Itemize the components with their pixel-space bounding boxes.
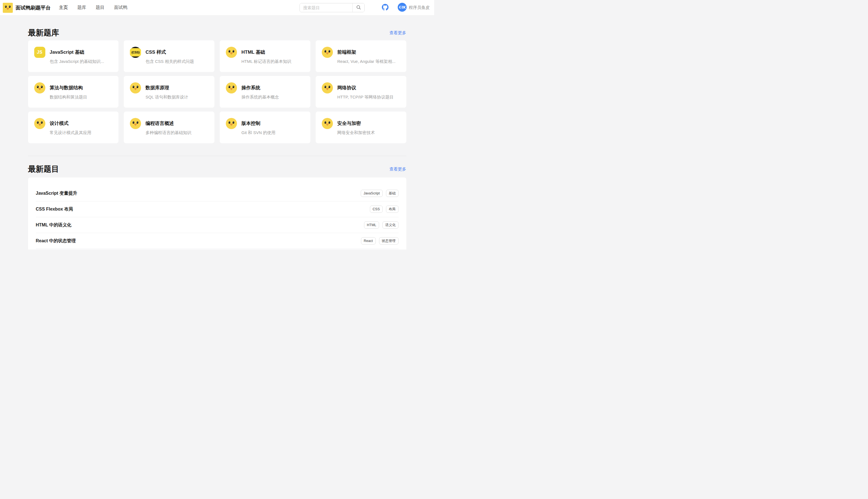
main-nav: 主页题库题目面试鸭 <box>59 5 127 11</box>
bank-card-desc: 数据结构和算法题目 <box>50 94 113 100</box>
bank-card-body: 网络协议HTTP, TCP/IP 等网络协议题目 <box>337 82 400 100</box>
question-row[interactable]: CSS Flexbox 布局CSS布局 <box>36 202 399 217</box>
bank-card-title: 数据库原理 <box>145 85 208 91</box>
question-tags: HTML语义化 <box>364 221 399 229</box>
bank-card-body: 操作系统操作系统的基本概念 <box>241 82 304 100</box>
bank-card[interactable]: 前端框架React, Vue, Angular 等框架相... <box>316 40 406 72</box>
question-tag[interactable]: CSS <box>370 206 383 213</box>
bank-card-body: HTML 基础HTML 标记语言的基本知识 <box>241 47 304 64</box>
bank-card-body: CSS 样式包含 CSS 相关的样式问题 <box>145 47 208 64</box>
bank-card[interactable]: HTML 基础HTML 标记语言的基本知识 <box>220 40 310 72</box>
bank-card-body: 算法与数据结构数据结构和算法题目 <box>50 82 113 100</box>
bank-card[interactable]: 安全与加密网络安全和加密技术 <box>316 111 406 143</box>
bank-card-body: JavaScript 基础包含 JavaScript 的基础知识... <box>50 47 113 64</box>
bank-card-desc: HTTP, TCP/IP 等网络协议题目 <box>337 94 400 100</box>
duck-icon <box>322 82 333 94</box>
question-row[interactable]: HTML 中的语义化HTML语义化 <box>36 217 399 233</box>
banks-grid: JSJavaScript 基础包含 JavaScript 的基础知识...{CS… <box>28 40 406 143</box>
username: 程序员鱼皮 <box>409 5 430 10</box>
bank-card[interactable]: {CSS}CSS 样式包含 CSS 相关的样式问题 <box>124 40 215 72</box>
duck-icon <box>130 118 141 129</box>
user-menu[interactable]: 程序员鱼皮 <box>398 3 430 13</box>
question-tag[interactable]: JavaScript <box>361 190 382 197</box>
question-row[interactable]: React 中的状态管理React状态管理 <box>36 233 399 249</box>
github-icon <box>382 4 389 12</box>
github-link[interactable] <box>382 4 389 12</box>
bank-card-desc: 常见设计模式及其应用 <box>50 130 113 135</box>
duck-icon <box>322 118 333 129</box>
bank-card-desc: 多种编程语言的基础知识 <box>145 130 208 135</box>
bank-card-title: 算法与数据结构 <box>50 85 113 91</box>
css-badge-icon: {CSS} <box>130 47 141 58</box>
page: 面试鸭刷题平台 主页题库题目面试鸭 程序员鱼皮 <box>0 0 434 250</box>
bank-card-title: 安全与加密 <box>337 120 400 127</box>
question-title: CSS Flexbox 布局 <box>36 206 73 212</box>
bank-card-title: HTML 基础 <box>241 49 304 56</box>
questions-section-title: 最新题目 <box>28 164 59 174</box>
question-title: JavaScript 变量提升 <box>36 191 77 196</box>
question-row[interactable]: JavaScript 变量提升JavaScript基础 <box>36 185 399 202</box>
question-tags: JavaScript基础 <box>361 190 398 197</box>
duck-logo-icon[interactable] <box>3 3 13 13</box>
bank-card-body: 设计模式常见设计模式及其应用 <box>50 118 113 135</box>
nav-item-questions[interactable]: 题目 <box>96 5 105 11</box>
questions-view-more-link[interactable]: 查看更多 <box>390 167 406 172</box>
bank-card[interactable]: 版本控制Git 和 SVN 的使用 <box>220 111 310 143</box>
questions-panel: JavaScript 变量提升JavaScript基础CSS Flexbox 布… <box>28 178 406 250</box>
js-badge-icon: JS <box>34 47 45 58</box>
bank-card-title: 编程语言概述 <box>145 120 208 127</box>
main-content: 最新题库 查看更多 JSJavaScript 基础包含 JavaScript 的… <box>28 15 406 250</box>
bank-card-body: 安全与加密网络安全和加密技术 <box>337 118 400 135</box>
top-navbar: 面试鸭刷题平台 主页题库题目面试鸭 程序员鱼皮 <box>0 0 434 15</box>
bank-card[interactable]: 算法与数据结构数据结构和算法题目 <box>28 76 119 108</box>
nav-item-banks[interactable]: 题库 <box>77 5 86 11</box>
duck-icon <box>34 82 45 94</box>
bank-card-body: 编程语言概述多种编程语言的基础知识 <box>145 118 208 135</box>
bank-card[interactable]: 网络协议HTTP, TCP/IP 等网络协议题目 <box>316 76 406 108</box>
bank-card-desc: React, Vue, Angular 等框架相... <box>337 59 400 64</box>
bank-card-body: 数据库原理SQL 语句和数据库设计 <box>145 82 208 100</box>
banks-section-header: 最新题库 查看更多 <box>28 15 406 38</box>
search-input[interactable] <box>300 3 352 12</box>
question-tag[interactable]: 布局 <box>386 206 399 213</box>
bank-card-desc: SQL 语句和数据库设计 <box>145 94 208 100</box>
question-tag[interactable]: 基础 <box>386 190 399 197</box>
section-divider <box>28 156 406 156</box>
question-tag[interactable]: 语义化 <box>382 221 399 229</box>
brand-title: 面试鸭刷题平台 <box>15 4 51 11</box>
bank-card-title: 网络协议 <box>337 85 400 91</box>
duck-icon <box>322 47 333 58</box>
bank-card-title: 版本控制 <box>241 120 304 127</box>
question-tag[interactable]: HTML <box>364 221 379 229</box>
bank-card-desc: 操作系统的基本概念 <box>241 94 304 100</box>
bank-card-title: JavaScript 基础 <box>50 49 113 56</box>
question-tag[interactable]: React <box>361 237 376 245</box>
duck-icon <box>226 47 237 58</box>
bank-card-desc: 网络安全和加密技术 <box>337 130 400 135</box>
bank-card[interactable]: 数据库原理SQL 语句和数据库设计 <box>124 76 215 108</box>
banks-view-more-link[interactable]: 查看更多 <box>390 30 406 36</box>
bank-card-desc: HTML 标记语言的基本知识 <box>241 59 304 64</box>
bank-card-desc: 包含 JavaScript 的基础知识... <box>50 59 113 64</box>
bank-card-title: 设计模式 <box>50 120 113 127</box>
questions-section-header: 最新题目 查看更多 <box>28 164 406 174</box>
question-title: HTML 中的语义化 <box>36 222 72 228</box>
bank-card[interactable]: 设计模式常见设计模式及其应用 <box>28 111 119 143</box>
bank-card-title: 前端框架 <box>337 49 400 56</box>
magnifier-icon <box>356 5 361 11</box>
search-button[interactable] <box>352 3 364 12</box>
bank-card[interactable]: 操作系统操作系统的基本概念 <box>220 76 310 108</box>
bank-card[interactable]: JSJavaScript 基础包含 JavaScript 的基础知识... <box>28 40 119 72</box>
bank-card-desc: 包含 CSS 相关的样式问题 <box>145 59 208 64</box>
banks-section-title: 最新题库 <box>28 28 59 38</box>
duck-icon <box>34 118 45 129</box>
bank-card-body: 版本控制Git 和 SVN 的使用 <box>241 118 304 135</box>
nav-item-mianshiya[interactable]: 面试鸭 <box>114 5 127 11</box>
bank-card-body: 前端框架React, Vue, Angular 等框架相... <box>337 47 400 64</box>
duck-icon <box>226 118 237 129</box>
nav-item-home[interactable]: 主页 <box>59 5 68 11</box>
bank-card[interactable]: 编程语言概述多种编程语言的基础知识 <box>124 111 215 143</box>
question-tag[interactable]: 状态管理 <box>379 237 399 245</box>
duck-icon <box>130 82 141 94</box>
search-box <box>299 3 365 12</box>
